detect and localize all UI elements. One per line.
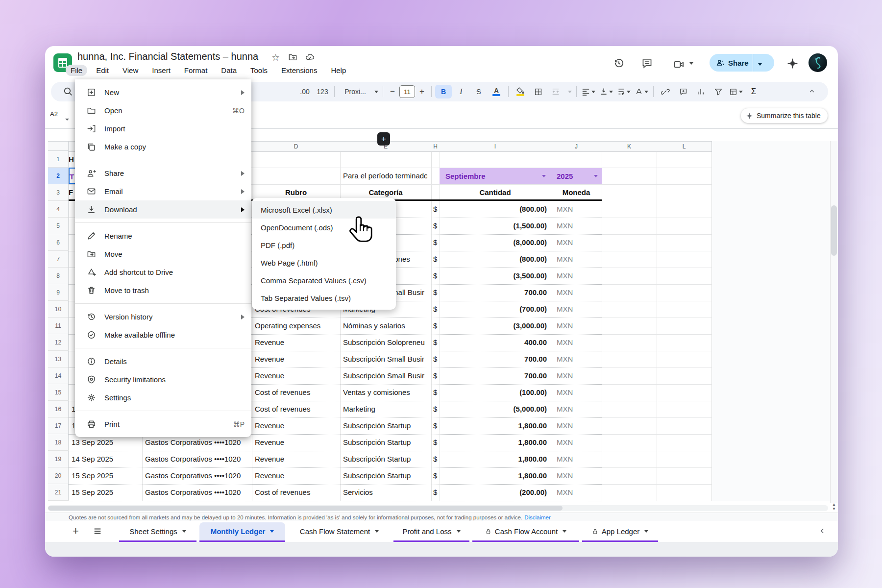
cell-c-row19[interactable]: Gastos Corporativos ••••1020 [145, 453, 250, 465]
file-menu-item-details[interactable]: Details [75, 352, 251, 370]
row-header-16[interactable]: 16 [48, 401, 69, 417]
cell-categoria-row20[interactable]: Subscripción Startup [343, 470, 430, 482]
cell-rubro-row19[interactable]: Revenue [255, 453, 339, 465]
row-header-17[interactable]: 17 [48, 417, 69, 434]
cell-moneda-row15[interactable]: MXN [557, 387, 596, 398]
cell-amount-row9[interactable]: 700.00 [441, 287, 547, 298]
cell-rubro-row15[interactable]: Cost of revenues [255, 387, 339, 398]
cell-rubro-row20[interactable]: Revenue [255, 470, 339, 482]
account-avatar[interactable] [808, 53, 827, 72]
cell-cur-row5[interactable]: $ [433, 220, 442, 232]
share-button[interactable]: Share [710, 54, 774, 72]
cell-cur-row19[interactable]: $ [433, 453, 442, 465]
cell-categoria-row21[interactable]: Servicios [343, 487, 430, 498]
tab-monthly-ledger[interactable]: Monthly Ledger [199, 522, 285, 540]
cell-categoria-row18[interactable]: Subscripción Startup [343, 437, 430, 448]
insert-chart-button[interactable] [692, 85, 709, 98]
add-sheet-button[interactable]: + [73, 525, 79, 538]
cell-moneda-row5[interactable]: MXN [557, 220, 596, 232]
download-option-tab[interactable]: Tab Separated Values (.tsv) [252, 289, 396, 307]
all-sheets-button[interactable] [93, 527, 102, 536]
cell-moneda-row11[interactable]: MXN [557, 320, 596, 332]
cell-cur-row16[interactable]: $ [433, 403, 442, 415]
cell-cur-row10[interactable]: $ [433, 303, 442, 315]
show-hidden-columns-button[interactable]: + [377, 132, 390, 146]
fill-color-button[interactable] [512, 85, 529, 98]
tab-dropdown-caret[interactable] [182, 530, 186, 533]
insert-comment-button[interactable] [675, 85, 691, 98]
cell-c-row18[interactable]: Gastos Corporativos ••••1020 [145, 437, 250, 448]
cell-rubro-row21[interactable]: Cost of revenues [255, 487, 339, 498]
cell-b-row21[interactable]: 15 Sep 2025 [72, 487, 140, 498]
menubar-item-help[interactable]: Help [326, 65, 351, 76]
cell-fragment-a1[interactable]: H [69, 153, 75, 165]
cell-amount-row6[interactable]: (8,000.00) [441, 237, 547, 248]
row-header-1[interactable]: 1 [48, 151, 69, 168]
cell-cur-row6[interactable]: $ [433, 237, 442, 248]
cell-cur-row20[interactable]: $ [433, 470, 442, 482]
cell-c-row20[interactable]: Gastos Corporativos ••••1020 [145, 470, 250, 482]
download-option-opendocument[interactable]: OpenDocument (.ods) [252, 219, 396, 236]
vertical-scrollbar-thumb[interactable] [831, 205, 837, 256]
cell-amount-row15[interactable]: (100.00) [441, 387, 547, 398]
row-header-11[interactable]: 11 [48, 318, 69, 334]
row-header-14[interactable]: 14 [48, 368, 69, 384]
cell-moneda-row14[interactable]: MXN [557, 370, 596, 382]
summarize-table-button[interactable]: Summarize this table [741, 108, 828, 123]
cell-categoria-row11[interactable]: Nóminas y salarios [343, 320, 430, 332]
menubar-item-tools[interactable]: Tools [245, 65, 272, 76]
cell-cur-row4[interactable]: $ [433, 203, 442, 215]
cell-moneda-row21[interactable]: MXN [557, 487, 596, 498]
collapse-toolbar-icon[interactable] [808, 87, 816, 95]
cell-categoria-row14[interactable]: Subscripción Small Busir [343, 370, 430, 382]
cell-b-row20[interactable]: 15 Sep 2025 [72, 470, 140, 482]
cell-categoria-row15[interactable]: Ventas y comisiones [343, 387, 430, 398]
cell-moneda-row13[interactable]: MXN [557, 353, 596, 365]
file-menu-item-import[interactable]: Import [75, 120, 251, 138]
tab-cash-flow-account[interactable]: Cash Flow Account [472, 522, 579, 540]
strikethrough-button[interactable]: S [470, 85, 487, 98]
row-header-3[interactable]: 3 [48, 184, 69, 201]
file-menu-item-add-shortcut-to-drive[interactable]: Add shortcut to Drive [75, 263, 251, 281]
bold-button[interactable]: B [435, 85, 452, 98]
row-header-21[interactable]: 21 [48, 484, 69, 501]
row-header-4[interactable]: 4 [48, 201, 69, 218]
number-format-button[interactable]: 123 [314, 85, 331, 98]
cell-b-row19[interactable]: 14 Sep 2025 [72, 453, 140, 465]
file-menu-item-move-to-trash[interactable]: Move to trash [75, 281, 251, 299]
cloud-saved-icon[interactable] [305, 52, 315, 62]
text-wrap-button[interactable] [615, 85, 632, 98]
row-header-6[interactable]: 6 [48, 234, 69, 251]
column-header-J[interactable]: J [551, 141, 602, 152]
cell-moneda-row18[interactable]: MXN [557, 437, 596, 448]
name-box[interactable]: A2 [50, 110, 58, 118]
cell-amount-row13[interactable]: 700.00 [441, 353, 547, 365]
cell-amount-row19[interactable]: 1,800.00 [441, 453, 547, 465]
create-filter-button[interactable] [710, 85, 727, 98]
row-header-13[interactable]: 13 [48, 351, 69, 368]
file-menu-item-rename[interactable]: Rename [75, 227, 251, 245]
file-menu-item-make-available-offline[interactable]: Make available offline [75, 326, 251, 344]
disclaimer-link[interactable]: Disclaimer [524, 514, 551, 520]
merge-cells-caret[interactable] [565, 85, 573, 98]
download-option-microsoft[interactable]: Microsoft Excel (.xlsx) [252, 201, 396, 219]
tab-dropdown-caret[interactable] [644, 530, 648, 533]
tab-dropdown-caret[interactable] [270, 530, 274, 533]
cell-cur-row9[interactable]: $ [433, 287, 442, 298]
cell-c-row21[interactable]: Gastos Corporativos ••••1020 [145, 487, 250, 498]
period-month-dropdown[interactable]: Septiembre [440, 168, 551, 184]
cell-rubro-row18[interactable]: Revenue [255, 437, 339, 448]
cell-moneda-row8[interactable]: MXN [557, 270, 596, 282]
row-header-9[interactable]: 9 [48, 284, 69, 301]
star-icon[interactable]: ☆ [271, 52, 280, 63]
cell-fragment-a3[interactable]: F [69, 187, 75, 198]
file-menu-item-email[interactable]: Email [75, 182, 251, 200]
cell-moneda-row12[interactable]: MXN [557, 337, 596, 348]
row-header-5[interactable]: 5 [48, 218, 69, 234]
cell-categoria-row13[interactable]: Subscripción Small Busir [343, 353, 430, 365]
row-header-10[interactable]: 10 [48, 301, 69, 318]
cell-rubro-row17[interactable]: Revenue [255, 420, 339, 432]
vertical-align-button[interactable] [598, 85, 614, 98]
file-menu-item-security-limitations[interactable]: Security limitations [75, 370, 251, 389]
increase-font-size-button[interactable]: + [416, 85, 428, 98]
